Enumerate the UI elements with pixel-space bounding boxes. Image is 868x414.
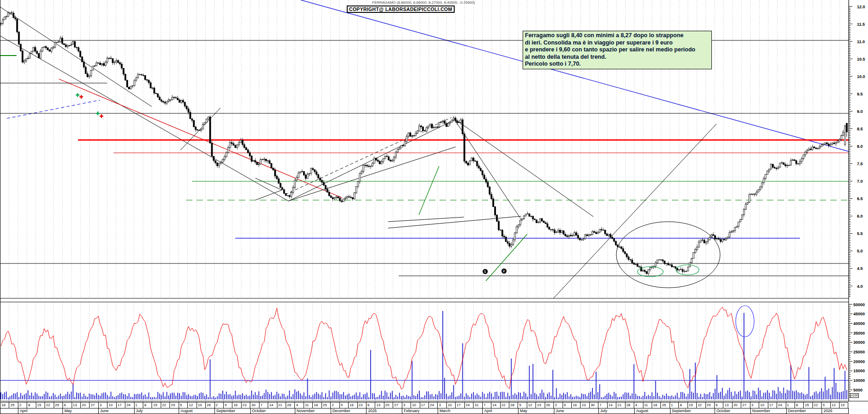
week-label: 22	[696, 402, 705, 408]
week-label: 3	[402, 402, 411, 408]
volume-tick-label: 10000	[853, 378, 865, 383]
week-label: 13	[72, 402, 80, 408]
week-label: 28	[286, 402, 294, 408]
volume-tick-label: 30000	[853, 340, 865, 345]
month-label: November	[750, 408, 786, 414]
date-axis-months: AprilMayJuneJulyAugustSeptemberOctoberNo…	[0, 408, 849, 414]
week-label: 7	[598, 402, 607, 408]
date-axis-weeks: 1825281522296132027310172418152229512192…	[0, 402, 848, 408]
week-label: 24	[464, 402, 473, 408]
week-label: 22	[500, 402, 509, 408]
volume-tick-label: 45000	[853, 312, 865, 316]
week-label: 10	[107, 402, 116, 408]
week-label: 9	[223, 402, 232, 408]
price-axis-ticks: 12.011.511.010.510.09.59.08.58.07.57.06.…	[849, 5, 865, 297]
week-label: 17	[455, 402, 464, 408]
week-label: 10	[759, 402, 767, 408]
week-label: 14	[491, 402, 500, 408]
week-label: 18	[0, 402, 9, 408]
week-label: 20	[80, 402, 89, 408]
week-label: 25	[321, 402, 330, 408]
week-label: 30	[589, 402, 598, 408]
chart-title: FERRAGAMO (8.66000, 8.66000, 8.27000, 8.…	[372, 0, 491, 5]
week-label: 8	[795, 402, 803, 408]
annotation-line: Ferragamo sugli 8,40 con minimi a 8,27 d…	[525, 32, 710, 39]
week-label: 1	[670, 402, 678, 408]
week-label: 8	[678, 402, 687, 408]
chart-canvas: 12.011.511.010.510.09.59.08.58.07.57.06.…	[0, 0, 868, 414]
week-label: 15	[152, 402, 160, 408]
week-label: 22	[812, 402, 821, 408]
month-label: September	[214, 408, 250, 414]
week-label: 9	[563, 402, 571, 408]
week-label: 24	[428, 402, 437, 408]
week-label: 16	[571, 402, 580, 408]
week-label: 6	[366, 402, 375, 408]
volume-tick-label: 35000	[853, 331, 865, 336]
sequence-number-marker: 1	[483, 269, 488, 274]
week-label: 3	[98, 402, 107, 408]
price-tick-label: 10.5	[857, 57, 865, 62]
volume-multiplier-label: x100	[850, 393, 859, 398]
week-label: 21	[616, 402, 625, 408]
volume-tick-label: 5000	[853, 388, 862, 392]
week-label: 3	[437, 402, 446, 408]
price-tick-label: 10.0	[857, 74, 865, 79]
week-label: 11	[643, 402, 652, 408]
week-label: 17	[768, 402, 777, 408]
price-tick-label: 11.5	[857, 22, 865, 27]
week-label: 20	[384, 402, 393, 408]
price-tick-label: 6.0	[857, 214, 863, 218]
week-label: 10	[446, 402, 455, 408]
volume-tick-label: 20000	[853, 359, 865, 364]
week-label: 24	[125, 402, 134, 408]
week-label: 29	[54, 402, 62, 408]
week-label: 26	[205, 402, 214, 408]
week-label: 7	[482, 402, 491, 408]
week-label: 25	[660, 402, 669, 408]
month-label: 2025	[366, 408, 402, 414]
week-label: 9	[339, 402, 348, 408]
week-label: 4	[294, 402, 303, 408]
week-label: 1	[786, 402, 795, 408]
week-label: 21	[277, 402, 286, 408]
week-label: 19	[839, 402, 848, 408]
week-label: 22	[161, 402, 169, 408]
price-tick-label: 5.0	[857, 249, 863, 253]
week-label: 5	[821, 402, 830, 408]
annotation-line: Pericolo sotto i 7,70.	[525, 61, 710, 68]
month-label: August	[634, 408, 670, 414]
week-label: 29	[169, 402, 178, 408]
volume-tick-label: 15000	[853, 369, 865, 373]
month-label: September	[670, 408, 715, 414]
month-label: June	[554, 408, 598, 414]
annotation-line: e prendere i 9,60 con tanto spazio per s…	[525, 46, 710, 54]
week-label: 6	[714, 402, 723, 408]
month-label: December	[331, 408, 366, 414]
week-label: 30	[250, 402, 259, 408]
week-label: 29	[705, 402, 714, 408]
axes-and-frame	[0, 0, 868, 401]
price-tick-label: 4.0	[857, 284, 863, 289]
week-label: 14	[268, 402, 276, 408]
week-label: 27	[741, 402, 750, 408]
week-label: 1	[134, 402, 143, 408]
volume-tick-label: 50000	[853, 302, 865, 307]
week-label: 28	[625, 402, 634, 408]
week-label: 23	[241, 402, 250, 408]
week-label: 18	[312, 402, 321, 408]
price-tick-label: 8.5	[857, 127, 863, 131]
week-label: 19	[535, 402, 544, 408]
week-label: 12	[187, 402, 196, 408]
copyright-badge: COPYRIGHT@ LABORSADEIPICCOLI.COM	[347, 6, 455, 13]
week-label: 8	[143, 402, 152, 408]
volume-tick-label: 25000	[853, 350, 865, 354]
week-label: 11	[304, 402, 312, 408]
week-label: 23	[357, 402, 366, 408]
price-tick-label: 12.0	[857, 5, 865, 9]
annotation-line: al netto della tenuta del trend.	[525, 54, 710, 61]
price-tick-label: 9.5	[857, 92, 863, 96]
week-label: 2	[214, 402, 223, 408]
week-label: 28	[509, 402, 518, 408]
week-label: 8	[27, 402, 35, 408]
